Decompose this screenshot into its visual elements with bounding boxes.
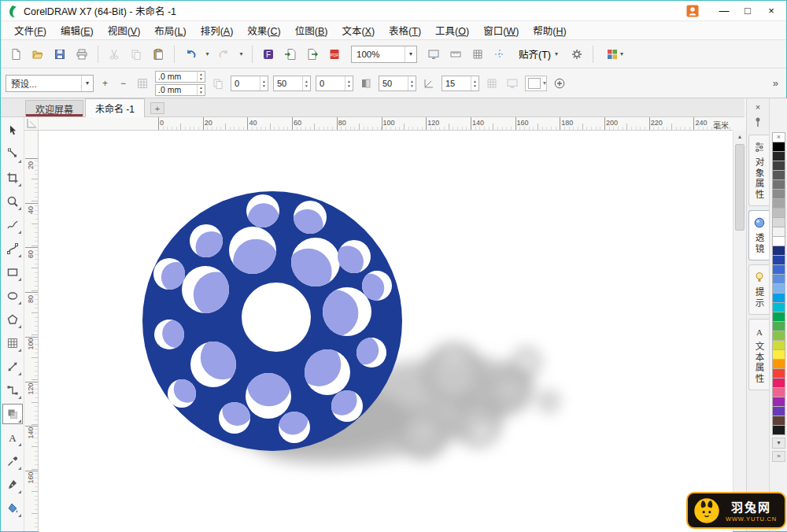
spinner-icon[interactable]: ▴▾ bbox=[197, 72, 205, 82]
vertical-scrollbar[interactable]: ▲ ▼ bbox=[733, 131, 746, 531]
eyedropper-tool[interactable] bbox=[2, 451, 23, 471]
drawing-canvas[interactable] bbox=[39, 131, 733, 532]
palette-scroll-down-button[interactable]: ▾ bbox=[772, 438, 785, 449]
menu-item[interactable]: 布局(L) bbox=[147, 20, 193, 40]
pb-field-4[interactable]: 50 ▴▾ bbox=[379, 76, 416, 91]
docker-pin-button[interactable] bbox=[750, 115, 766, 128]
search-content-button[interactable]: F bbox=[258, 44, 279, 65]
account-icon[interactable] bbox=[684, 3, 701, 18]
export-button[interactable] bbox=[302, 44, 323, 65]
sphere-artwork[interactable] bbox=[86, 178, 621, 524]
ruler-tick bbox=[292, 117, 293, 130]
undo-dropdown[interactable]: ▾ bbox=[202, 44, 212, 65]
docker-close-button[interactable]: × bbox=[750, 100, 766, 113]
pb-field-2[interactable]: 50 ▴▾ bbox=[273, 76, 311, 91]
scroll-up-button[interactable]: ▲ bbox=[733, 131, 746, 142]
menu-item[interactable]: 窗口(W) bbox=[476, 20, 526, 40]
cut-button[interactable] bbox=[104, 44, 124, 65]
menu-item[interactable]: 文本(X) bbox=[334, 20, 382, 40]
connector-tool[interactable] bbox=[2, 380, 23, 401]
palette-flyout-button[interactable]: » bbox=[772, 451, 785, 462]
horizontal-ruler[interactable]: 毫米 020406080100120140160180200220240 bbox=[39, 117, 733, 131]
dimension-tool[interactable] bbox=[2, 357, 23, 377]
preset-select[interactable]: 预设... ▾ bbox=[6, 75, 94, 92]
text-tool[interactable]: A bbox=[2, 427, 23, 448]
transparency-tool[interactable] bbox=[2, 404, 23, 424]
docker-tab-lens[interactable]: 透镜 bbox=[748, 210, 769, 260]
pb-field-1[interactable]: 0 ▴▾ bbox=[231, 76, 268, 91]
graph-paper-tool[interactable] bbox=[2, 333, 23, 353]
color-swatch[interactable] bbox=[772, 425, 785, 435]
redo-button[interactable] bbox=[214, 44, 235, 65]
bezier-tool[interactable] bbox=[2, 238, 23, 259]
add-preset-button[interactable]: + bbox=[98, 76, 112, 90]
new-tab-button[interactable]: + bbox=[150, 102, 164, 114]
rectangle-tool[interactable] bbox=[2, 262, 23, 283]
application-launcher-button[interactable]: ▾ bbox=[599, 44, 630, 65]
import-button[interactable] bbox=[280, 44, 301, 65]
scrollbar-thumb[interactable] bbox=[735, 144, 745, 231]
polygon-tool[interactable] bbox=[2, 309, 23, 330]
spinner-icon[interactable]: ▴▾ bbox=[408, 76, 416, 91]
paste-button[interactable] bbox=[148, 44, 168, 65]
print-button[interactable] bbox=[72, 44, 92, 65]
pb-field-3[interactable]: 0 ▴▾ bbox=[316, 76, 353, 91]
menu-item[interactable]: 工具(O) bbox=[428, 20, 476, 40]
outline-pen-tool[interactable] bbox=[2, 475, 23, 495]
snap-to-button[interactable]: 贴齐(T) ▾ bbox=[512, 45, 565, 64]
property-bar-overflow-button[interactable]: » bbox=[770, 77, 781, 89]
chevron-down-icon[interactable]: ▾ bbox=[81, 76, 93, 91]
menu-item[interactable]: 视图(V) bbox=[101, 20, 148, 40]
ellipse-tool[interactable] bbox=[2, 286, 23, 306]
crop-tool[interactable] bbox=[2, 168, 23, 188]
tab-welcome-screen[interactable]: 欢迎屏幕 bbox=[25, 100, 83, 116]
undo-button[interactable] bbox=[180, 44, 201, 65]
spinner-icon[interactable]: ▴▾ bbox=[345, 76, 353, 91]
docker-tab-hints[interactable]: 提示 bbox=[748, 264, 769, 315]
maximize-button[interactable]: □ bbox=[736, 2, 759, 20]
zoom-level-select[interactable]: 100% ▾ bbox=[351, 46, 417, 63]
spinner-icon[interactable]: ▴▾ bbox=[302, 76, 310, 91]
ruler-origin[interactable] bbox=[24, 117, 39, 131]
close-button[interactable]: × bbox=[759, 2, 783, 20]
view-grid-button[interactable] bbox=[467, 44, 488, 65]
minimize-button[interactable]: — bbox=[712, 2, 736, 20]
pb-field-5[interactable]: 15 ▴▾ bbox=[442, 76, 479, 91]
full-screen-preview-button[interactable] bbox=[423, 44, 444, 65]
docker-tab-object-properties[interactable]: 对象属性 bbox=[748, 135, 769, 206]
menu-item[interactable]: 位图(B) bbox=[288, 20, 335, 40]
copy-button[interactable] bbox=[126, 44, 146, 65]
menu-item[interactable]: 表格(T) bbox=[382, 20, 428, 40]
shape-tool[interactable] bbox=[2, 144, 23, 164]
remove-preset-button[interactable]: − bbox=[116, 76, 130, 90]
view-guidelines-button[interactable] bbox=[490, 44, 510, 65]
tab-untitled-document[interactable]: 未命名 -1 bbox=[85, 98, 145, 117]
docker-tab-text-properties[interactable]: A 文本属性 bbox=[748, 319, 769, 390]
offset-y-field[interactable]: .0 mm ▴▾ bbox=[155, 84, 205, 96]
fill-tool[interactable] bbox=[2, 498, 23, 519]
freehand-tool[interactable] bbox=[2, 215, 23, 235]
menu-item[interactable]: 排列(A) bbox=[194, 20, 241, 40]
spinner-icon[interactable]: ▴▾ bbox=[197, 85, 205, 95]
options-button[interactable] bbox=[567, 44, 587, 65]
new-document-button[interactable] bbox=[6, 44, 26, 65]
transparency-color-well[interactable]: ▾ bbox=[525, 76, 547, 91]
save-button[interactable] bbox=[50, 44, 70, 65]
vertical-ruler[interactable]: 20406080100120140160 bbox=[24, 131, 39, 531]
menu-item[interactable]: 效果(C) bbox=[240, 20, 287, 40]
offset-x-field[interactable]: .0 mm ▴▾ bbox=[155, 71, 205, 83]
zoom-tool[interactable] bbox=[2, 191, 23, 212]
fountain-transparency-icon[interactable] bbox=[358, 76, 374, 91]
menu-item[interactable]: 帮助(H) bbox=[526, 20, 573, 40]
view-rulers-button[interactable] bbox=[445, 44, 466, 65]
spinner-icon[interactable]: ▴▾ bbox=[471, 76, 478, 91]
publish-pdf-button[interactable]: PDF bbox=[324, 44, 345, 65]
open-button[interactable] bbox=[28, 44, 48, 65]
menu-item[interactable]: 编辑(E) bbox=[54, 20, 101, 40]
redo-dropdown[interactable]: ▾ bbox=[236, 44, 246, 65]
copy-properties-icon[interactable] bbox=[552, 76, 567, 91]
pick-tool[interactable] bbox=[2, 120, 23, 141]
spinner-icon[interactable]: ▴▾ bbox=[260, 76, 268, 91]
chevron-down-icon[interactable]: ▾ bbox=[405, 46, 416, 62]
menu-item[interactable]: 文件(F) bbox=[7, 20, 54, 40]
